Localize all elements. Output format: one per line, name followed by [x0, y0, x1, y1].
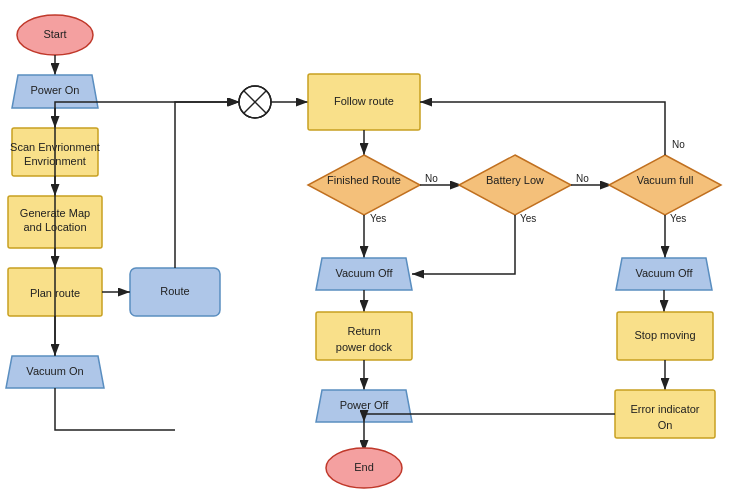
start-label: Start — [43, 28, 66, 40]
vacuum-full-yes-label: Yes — [670, 213, 686, 224]
error-indicator-label2: On — [658, 419, 673, 431]
return-dock-label2: power dock — [336, 341, 393, 353]
error-indicator-label1: Error indicator — [630, 403, 699, 415]
vacuum-full-no-label: No — [672, 139, 685, 150]
battery-no-label: No — [576, 173, 589, 184]
finished-yes-label: Yes — [370, 213, 386, 224]
return-dock-label1: Return — [347, 325, 380, 337]
power-on-label: Power On — [31, 84, 80, 96]
vacuumfull-no-connector — [420, 102, 665, 155]
battery-yes-connector — [412, 215, 515, 274]
follow-route-label: Follow route — [334, 95, 394, 107]
vacuum-on-label: Vacuum On — [26, 365, 83, 377]
power-off-label: Power Off — [340, 399, 390, 411]
route-to-xor-connector — [175, 102, 240, 268]
end-label: End — [354, 461, 374, 473]
finished-no-label: No — [425, 173, 438, 184]
battery-low-label: Battery Low — [486, 174, 544, 186]
vacuum-off-2-label: Vacuum Off — [635, 267, 693, 279]
vacuum-off-1-label: Vacuum Off — [335, 267, 393, 279]
finished-route-label1: Finished Route — [327, 174, 401, 186]
stop-moving-label: Stop moving — [634, 329, 695, 341]
battery-yes-label: Yes — [520, 213, 536, 224]
vacuum-full-label: Vacuum full — [637, 174, 694, 186]
route-label: Route — [160, 285, 189, 297]
vacuum-to-bottom-connector — [55, 388, 175, 430]
